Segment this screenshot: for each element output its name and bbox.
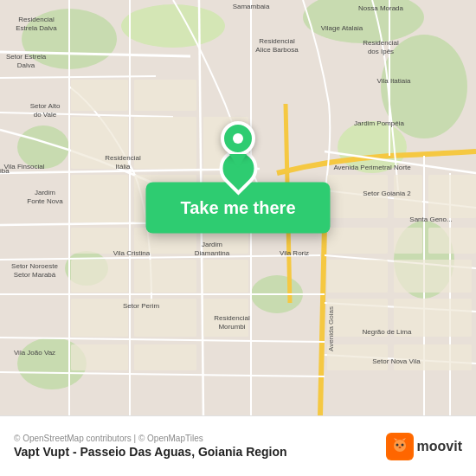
svg-text:Setor Nova Vila: Setor Nova Vila bbox=[372, 357, 421, 365]
svg-text:Itália: Itália bbox=[116, 163, 131, 170]
bottom-bar: © OpenStreetMap contributors | © OpenMap… bbox=[0, 415, 476, 476]
moovit-text: moovit bbox=[417, 439, 462, 454]
svg-text:iba: iba bbox=[0, 167, 10, 175]
svg-rect-60 bbox=[428, 175, 476, 218]
svg-text:Residencial: Residencial bbox=[18, 16, 55, 23]
svg-text:Avenida Perimetral Norte: Avenida Perimetral Norte bbox=[333, 164, 411, 171]
svg-rect-46 bbox=[134, 260, 196, 293]
svg-text:Residencial: Residencial bbox=[363, 39, 399, 47]
svg-rect-48 bbox=[71, 299, 128, 337]
svg-text:Setor Goiania 2: Setor Goiania 2 bbox=[363, 190, 411, 197]
svg-text:Negrão de Lima: Negrão de Lima bbox=[363, 328, 412, 336]
map-container: 45 Residencial Es bbox=[0, 0, 476, 415]
svg-text:Nossa Morada: Nossa Morada bbox=[358, 4, 404, 12]
svg-text:Vila Cristina: Vila Cristina bbox=[113, 249, 151, 257]
svg-text:Avenida Goias: Avenida Goias bbox=[327, 306, 335, 351]
svg-text:Residencial: Residencial bbox=[214, 314, 250, 322]
svg-text:Vilage Atalaia: Vilage Atalaia bbox=[321, 24, 363, 32]
svg-text:Fonte Nova: Fonte Nova bbox=[27, 197, 63, 205]
svg-text:Setor Noroeste: Setor Noroeste bbox=[11, 262, 58, 270]
svg-text:Jardim: Jardim bbox=[202, 241, 222, 248]
svg-text:Santa Geno...: Santa Geno... bbox=[409, 215, 452, 223]
svg-text:Residencial: Residencial bbox=[259, 37, 295, 45]
svg-text:Setor Estrela: Setor Estrela bbox=[6, 53, 47, 61]
moovit-logo[interactable]: moovit bbox=[386, 433, 462, 460]
svg-text:Vila Roriz: Vila Roriz bbox=[280, 249, 309, 257]
svg-rect-47 bbox=[203, 260, 248, 293]
svg-text:Dalva: Dalva bbox=[17, 61, 35, 69]
svg-text:Residencial: Residencial bbox=[105, 154, 141, 162]
location-pin bbox=[221, 121, 255, 168]
svg-point-2 bbox=[121, 4, 225, 48]
svg-text:Jardim: Jardim bbox=[35, 189, 55, 196]
svg-text:Alice Barbosa: Alice Barbosa bbox=[255, 46, 299, 54]
location-info: © OpenStreetMap contributors | © OpenMap… bbox=[14, 434, 287, 459]
svg-text:Vila João Vaz: Vila João Vaz bbox=[14, 349, 55, 357]
svg-rect-36 bbox=[134, 80, 196, 111]
svg-rect-54 bbox=[327, 228, 388, 254]
svg-rect-45 bbox=[71, 260, 128, 293]
svg-text:dos Ipês: dos Ipês bbox=[368, 48, 394, 55]
svg-text:Setor Alto: Setor Alto bbox=[30, 102, 61, 110]
svg-point-106 bbox=[398, 447, 401, 448]
svg-text:Diamantina: Diamantina bbox=[195, 249, 230, 257]
svg-rect-55 bbox=[327, 260, 388, 293]
svg-rect-51 bbox=[71, 344, 128, 370]
svg-point-104 bbox=[396, 443, 398, 446]
svg-text:Setor Marabá: Setor Marabá bbox=[14, 271, 56, 279]
location-name: Vapt Vupt - Passeio Das Aguas, Goiania R… bbox=[14, 445, 287, 459]
pin-tail bbox=[229, 154, 247, 168]
svg-rect-34 bbox=[71, 80, 128, 111]
svg-text:do Vale: do Vale bbox=[34, 111, 57, 119]
svg-rect-59 bbox=[394, 228, 422, 254]
svg-text:Setor Perim: Setor Perim bbox=[123, 302, 160, 310]
svg-rect-39 bbox=[71, 175, 128, 222]
svg-text:Samambaia: Samambaia bbox=[233, 3, 270, 10]
take-me-there-button[interactable]: Take me there bbox=[145, 183, 330, 234]
svg-rect-62 bbox=[394, 260, 472, 293]
svg-rect-61 bbox=[428, 228, 476, 254]
pin-head bbox=[221, 121, 255, 156]
svg-text:Vila Itatiaia: Vila Itatiaia bbox=[377, 77, 412, 85]
svg-point-103 bbox=[394, 440, 406, 452]
svg-text:Morumbi: Morumbi bbox=[218, 323, 245, 331]
svg-rect-37 bbox=[134, 117, 196, 169]
attribution-text: © OpenStreetMap contributors | © OpenMap… bbox=[14, 434, 287, 443]
svg-text:Jardim Pompéia: Jardim Pompéia bbox=[354, 119, 404, 127]
svg-text:Estrela Dalva: Estrela Dalva bbox=[16, 24, 57, 32]
svg-rect-52 bbox=[134, 344, 196, 370]
moovit-icon bbox=[386, 433, 414, 460]
svg-point-105 bbox=[401, 443, 403, 446]
svg-text:Vila Finsocial: Vila Finsocial bbox=[4, 163, 45, 170]
